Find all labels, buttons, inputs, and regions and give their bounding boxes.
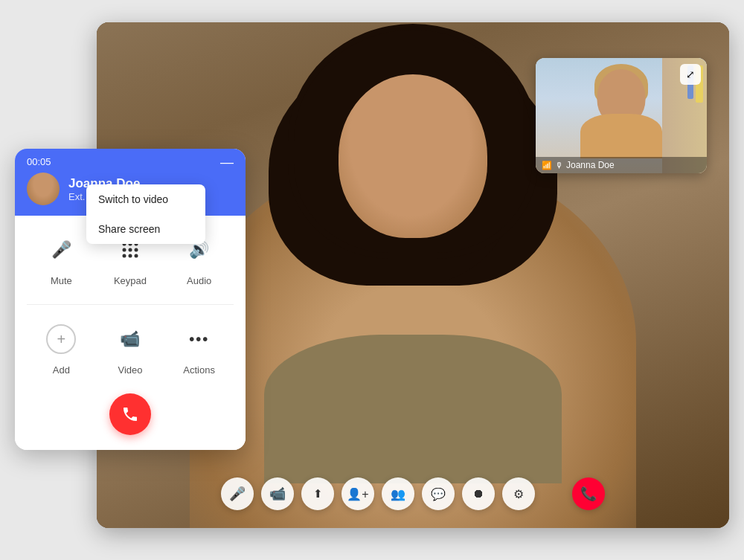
- video-label: Video: [118, 364, 142, 376]
- pip-mic-icon: 🎙: [555, 161, 563, 170]
- mute-icon: 🎤: [42, 231, 80, 269]
- svg-point-8: [134, 254, 138, 258]
- widget-controls-row2: + Add 📹 Video ••• Actions: [27, 320, 234, 376]
- end-call-button[interactable]: [109, 393, 151, 435]
- pip-shoulder: [580, 114, 662, 158]
- more-actions-button[interactable]: ••• Actions: [180, 320, 219, 376]
- more-icon: •••: [180, 320, 219, 358]
- actions-label: Actions: [183, 364, 215, 376]
- svg-point-5: [134, 248, 138, 252]
- pip-signal-icon: 📶: [542, 161, 552, 170]
- pip-caller-name: Joanna Doe: [566, 160, 615, 170]
- dropdown-menu: Switch to video Share screen: [86, 184, 205, 244]
- expand-icon: ⤢: [686, 68, 695, 80]
- video-switch-button[interactable]: 📹 Video: [111, 320, 150, 376]
- video-settings-button[interactable]: ⚙: [502, 477, 535, 510]
- divider: [27, 304, 234, 305]
- video-share-button[interactable]: ⬆: [301, 477, 334, 510]
- plus-icon-circle: +: [46, 324, 76, 354]
- avatar-image: [27, 173, 60, 205]
- svg-point-3: [122, 248, 126, 252]
- end-call-row: [27, 393, 234, 435]
- audio-label: Audio: [187, 275, 211, 286]
- svg-point-6: [122, 254, 126, 258]
- add-icon: +: [42, 320, 80, 358]
- mute-label: Mute: [51, 275, 72, 286]
- video-mic-button[interactable]: 🎤: [221, 477, 254, 510]
- video-switch-icon: 📹: [111, 320, 150, 358]
- video-add-person-button[interactable]: 👤+: [341, 477, 374, 510]
- video-chat-button[interactable]: 💬: [422, 477, 455, 510]
- share-screen-item[interactable]: Share screen: [86, 214, 205, 244]
- video-record-button[interactable]: ⏺: [462, 477, 495, 510]
- call-widget: 00:05 — Joanna Doe Ext. 9160 🎤 Mute: [15, 149, 246, 450]
- add-label: Add: [53, 364, 70, 376]
- call-timer: 00:05: [27, 156, 51, 167]
- pip-video: ⤢ 📶 🎙 Joanna Doe: [536, 58, 707, 173]
- svg-point-4: [128, 248, 132, 252]
- keypad-label: Keypad: [114, 275, 147, 286]
- switch-to-video-item[interactable]: Switch to video: [86, 184, 205, 214]
- svg-point-7: [128, 254, 132, 258]
- pip-name-bar: 📶 🎙 Joanna Doe: [536, 157, 707, 173]
- video-controls-bar: 🎤 📹 ⬆ 👤+ 👥 💬 ⏺ ⚙ 📞: [97, 477, 729, 510]
- mute-button[interactable]: 🎤 Mute: [42, 231, 80, 286]
- caller-avatar: [27, 173, 60, 205]
- pip-expand-button[interactable]: ⤢: [680, 64, 701, 85]
- video-camera-button[interactable]: 📹: [261, 477, 294, 510]
- video-participants-button[interactable]: 👥: [382, 477, 414, 510]
- video-end-call-button[interactable]: 📞: [572, 477, 605, 510]
- minimize-button[interactable]: —: [220, 155, 234, 170]
- widget-body: 🎤 Mute: [15, 216, 246, 450]
- add-call-button[interactable]: + Add: [42, 320, 80, 376]
